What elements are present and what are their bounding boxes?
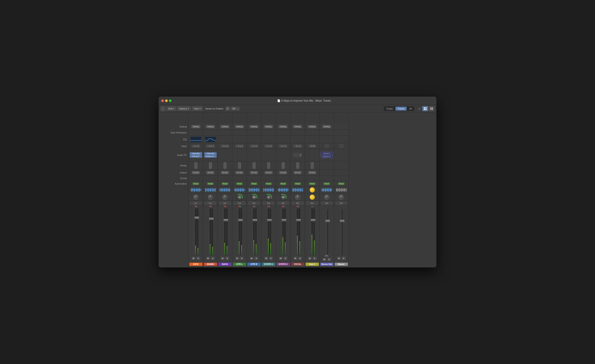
setting-button[interactable]: Setting — [191, 125, 200, 128]
edit-button[interactable]: Edit ▾ — [166, 106, 176, 111]
automation-button[interactable]: Read — [294, 182, 301, 185]
db-input[interactable] — [321, 201, 333, 205]
all-filter-button[interactable]: All — [407, 107, 414, 111]
db-input[interactable] — [292, 201, 304, 205]
solo-button[interactable]: S — [313, 257, 317, 260]
automation-button[interactable]: Read — [222, 182, 228, 185]
back-button[interactable]: ↑ — [160, 106, 166, 111]
fader-handle[interactable] — [311, 219, 315, 221]
output-button[interactable]: St Out — [235, 171, 244, 174]
solo-button[interactable]: S — [226, 257, 229, 260]
mute-button[interactable]: M — [308, 257, 312, 260]
mute-button[interactable]: M — [323, 258, 326, 261]
pan-knob[interactable]: -27 — [265, 194, 272, 201]
channel-name[interactable]: VOCAL — [291, 263, 304, 266]
mute-button[interactable]: M — [293, 257, 297, 260]
mute-button[interactable]: M — [250, 257, 254, 260]
input-display[interactable]: ∞ B 20 — [308, 145, 316, 148]
input-display[interactable]: ∞ In 1-2 — [250, 145, 258, 148]
input-display[interactable]: ∞ In 1-2 — [206, 145, 214, 148]
db-input[interactable] — [190, 201, 202, 205]
output-button[interactable]: St Out — [265, 171, 273, 174]
pan-knob[interactable] — [222, 195, 227, 200]
pan-knob[interactable] — [295, 195, 300, 200]
solo-button[interactable]: S — [255, 257, 258, 260]
fader-handle[interactable] — [267, 219, 272, 221]
fader-handle[interactable] — [238, 219, 242, 221]
pan-knob[interactable]: +24 — [280, 194, 287, 201]
automation-button[interactable]: Read — [338, 182, 345, 185]
smiley-button[interactable]: ☺ — [418, 107, 421, 110]
setting-button[interactable]: Setting — [322, 125, 331, 128]
automation-button[interactable]: Read — [323, 182, 330, 185]
channel-name[interactable]: Master — [335, 263, 348, 266]
fader-handle[interactable] — [195, 217, 199, 219]
mute-button[interactable]: M — [337, 257, 341, 260]
output-button[interactable]: St Out — [206, 171, 214, 174]
fader-handle[interactable] — [326, 220, 330, 222]
db-input[interactable] — [277, 201, 289, 205]
solo-button[interactable]: S — [211, 257, 215, 260]
db-input[interactable] — [219, 201, 231, 205]
fader-handle[interactable] — [297, 219, 301, 221]
audio-fx-button[interactable]: Chan EQ — [190, 152, 202, 155]
db-input[interactable] — [205, 201, 216, 205]
fader-handle[interactable] — [224, 219, 228, 221]
output-button[interactable]: St Out — [294, 171, 302, 174]
db-input[interactable] — [248, 201, 260, 205]
input-display[interactable]: ∞ In 1-2 — [235, 145, 244, 148]
input-display[interactable]: ∞ In 1-2 — [221, 145, 229, 148]
output-button[interactable]: St Out — [279, 171, 287, 174]
output-button[interactable]: St Out — [221, 171, 229, 174]
setting-button[interactable]: Setting — [308, 125, 316, 128]
channel-name[interactable]: Aux 1 — [306, 263, 319, 266]
options-button[interactable]: Options ▾ — [177, 106, 191, 111]
channel-name[interactable]: GTR L — [233, 263, 246, 266]
mute-button[interactable]: M — [264, 257, 268, 260]
channel-name[interactable]: SNARE — [204, 263, 217, 266]
pan-knob[interactable] — [339, 195, 344, 200]
audio-fx-button[interactable]: Ozone 8 — [321, 152, 333, 155]
output-button[interactable]: St Out — [192, 171, 200, 174]
automation-button[interactable]: Read — [309, 182, 316, 185]
automation-button[interactable]: Read — [192, 182, 199, 185]
grid-view-button[interactable] — [422, 106, 428, 111]
mute-button[interactable]: M — [221, 257, 225, 260]
fader-handle[interactable] — [282, 219, 286, 221]
automation-button[interactable]: Read — [265, 182, 272, 185]
mute-button[interactable]: M — [235, 257, 239, 260]
channel-name[interactable]: BASS — [218, 263, 232, 266]
setting-button[interactable]: Setting — [235, 125, 244, 128]
off-select[interactable]: Off On — [231, 107, 240, 111]
pan-knob[interactable] — [193, 195, 198, 200]
eq-thumbnail[interactable] — [190, 136, 202, 143]
solo-button[interactable]: S — [283, 257, 287, 260]
db-input[interactable] — [234, 201, 245, 205]
input-display[interactable]: ∞ In 1-2 — [279, 145, 287, 148]
close-button[interactable] — [161, 100, 164, 102]
view-button[interactable]: View ▾ — [192, 106, 203, 111]
db-input[interactable] — [306, 201, 318, 205]
output-button[interactable]: St Out — [250, 171, 258, 174]
solo-button[interactable]: S — [327, 258, 331, 261]
mute-button[interactable]: M — [192, 257, 196, 260]
channel-name[interactable]: GTR R — [248, 263, 261, 266]
setting-button[interactable]: Setting — [250, 125, 258, 128]
db-input[interactable] — [336, 201, 347, 205]
automation-button[interactable]: Read — [236, 182, 243, 185]
mute-button[interactable]: M — [206, 257, 210, 260]
power-button[interactable]: ⏻ — [226, 107, 230, 111]
audio-fx-button[interactable]: Pro-Q 3 — [190, 155, 202, 158]
db-input[interactable] — [263, 201, 274, 205]
d-button[interactable]: D — [342, 257, 346, 260]
fader-handle[interactable] — [253, 219, 257, 221]
pan-knob[interactable] — [208, 195, 213, 200]
fader-handle[interactable] — [209, 218, 213, 220]
automation-button[interactable]: Read — [280, 182, 287, 185]
audio-fx-button[interactable]: Neutron 3 — [321, 155, 333, 158]
setting-button[interactable]: Setting — [206, 125, 214, 128]
pan-knob[interactable] — [324, 195, 329, 200]
input-display[interactable]: ∞ In 1-2 — [293, 145, 302, 148]
solo-button[interactable]: S — [196, 257, 200, 260]
setting-button[interactable]: Setting — [264, 125, 273, 128]
